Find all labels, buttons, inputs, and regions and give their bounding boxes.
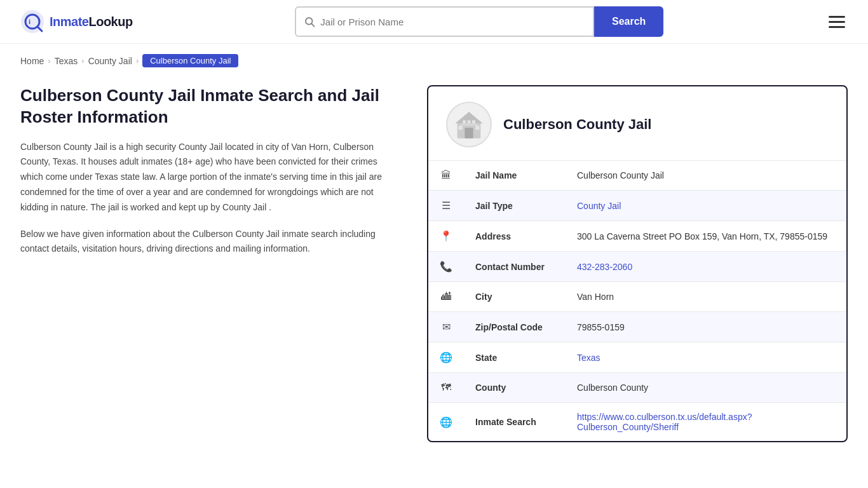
row-label: State [464,342,566,373]
row-icon: ☰ [428,191,464,221]
info-table: 🏛Jail NameCulberson County Jail☰Jail Typ… [428,161,846,441]
table-row: ☰Jail TypeCounty Jail [428,191,846,221]
hamburger-line-1 [829,16,845,18]
table-row: 🌐StateTexas [428,342,846,373]
row-link[interactable]: https://www.co.culberson.tx.us/default.a… [577,412,752,432]
card-header: Culberson County Jail [428,86,846,161]
page-title: Culberson County Jail Inmate Search and … [20,85,402,128]
svg-line-5 [312,24,315,26]
row-value[interactable]: https://www.co.culberson.tx.us/default.a… [566,403,846,442]
row-label: Contact Number [464,252,566,282]
table-row: 📞Contact Number432-283-2060 [428,252,846,282]
row-link[interactable]: Texas [577,353,600,363]
search-input[interactable] [320,17,585,27]
row-value[interactable]: 432-283-2060 [566,252,846,282]
header: i InmateLookup Search [0,0,868,44]
row-icon: 📍 [428,221,464,252]
row-label: City [464,282,566,312]
row-label: Jail Type [464,191,566,221]
page-description-1: Culberson County Jail is a high security… [20,140,402,215]
search-wrapper [295,6,594,37]
svg-rect-11 [475,126,480,130]
row-link[interactable]: County Jail [577,201,621,211]
breadcrumb-home[interactable]: Home [20,56,44,66]
breadcrumb-sep-2: › [81,56,84,65]
left-panel: Culberson County Jail Inmate Search and … [20,85,427,257]
row-label: Address [464,221,566,252]
jail-building-icon [453,109,485,140]
svg-text:i: i [29,18,31,25]
row-value: Culberson County [566,373,846,403]
row-link[interactable]: 432-283-2060 [577,262,632,272]
row-label: County [464,373,566,403]
breadcrumb-current: Culberson County Jail [142,54,238,67]
row-icon: 🌐 [428,403,464,442]
logo-icon: i [20,10,44,34]
row-value: 79855-0159 [566,312,846,342]
jail-image [446,102,492,147]
table-row: 📍Address300 La Caverna Street PO Box 159… [428,221,846,252]
row-value[interactable]: Texas [566,342,846,373]
row-icon: 📞 [428,252,464,282]
row-label: Jail Name [464,161,566,191]
row-value: Culberson County Jail [566,161,846,191]
page-description-2: Below we have given information about th… [20,227,402,257]
svg-rect-13 [472,120,475,123]
breadcrumb-sep-1: › [48,56,50,65]
hamburger-line-3 [829,26,845,28]
row-value: 300 La Caverna Street PO Box 159, Van Ho… [566,221,846,252]
row-icon: 🏙 [428,282,464,312]
svg-point-15 [468,116,471,119]
main-content: Culberson County Jail Inmate Search and … [0,72,868,468]
logo[interactable]: i InmateLookup [20,10,133,34]
svg-rect-14 [468,120,471,123]
breadcrumb-type[interactable]: County Jail [88,56,132,66]
search-button[interactable]: Search [594,6,663,37]
svg-rect-9 [465,128,473,139]
table-row: 🗺CountyCulberson County [428,373,846,403]
row-label: Zip/Postal Code [464,312,566,342]
row-icon: 🌐 [428,342,464,373]
svg-rect-10 [458,126,463,130]
row-value[interactable]: County Jail [566,191,846,221]
breadcrumb: Home › Texas › County Jail › Culberson C… [0,44,868,72]
table-row: ✉Zip/Postal Code79855-0159 [428,312,846,342]
svg-rect-12 [463,120,466,123]
breadcrumb-state[interactable]: Texas [55,56,78,66]
search-icon [304,16,315,27]
hamburger-line-2 [829,21,845,23]
row-icon: 🗺 [428,373,464,403]
row-icon: 🏛 [428,161,464,191]
menu-button[interactable] [826,13,848,30]
svg-rect-16 [468,112,470,115]
row-label: Inmate Search [464,403,566,442]
card-title: Culberson County Jail [503,116,651,133]
table-row: 🏙CityVan Horn [428,282,846,312]
search-area: Search [295,6,663,37]
logo-text: InmateLookup [50,15,133,29]
jail-info-card: Culberson County Jail 🏛Jail NameCulberso… [427,85,848,442]
row-value: Van Horn [566,282,846,312]
row-icon: ✉ [428,312,464,342]
table-row: 🌐Inmate Searchhttps://www.co.culberson.t… [428,403,846,442]
table-row: 🏛Jail NameCulberson County Jail [428,161,846,191]
breadcrumb-sep-3: › [136,56,139,65]
